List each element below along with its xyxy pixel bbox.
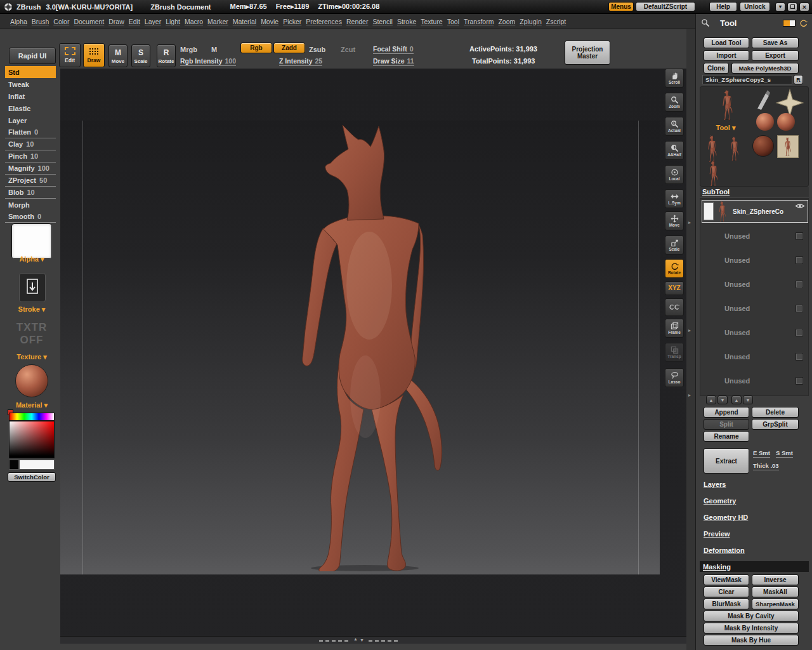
switch-color-button[interactable]: SwitchColor — [8, 472, 56, 482]
rename-button[interactable]: Rename — [704, 431, 749, 442]
make-polymesh3d-button[interactable]: Make PolyMesh3D — [731, 63, 799, 74]
brush-layer[interactable]: Layer — [5, 114, 56, 126]
subtool-slot-checkbox[interactable] — [796, 329, 803, 336]
section-deformation[interactable]: Deformation — [704, 547, 745, 554]
z-intensity-slider[interactable]: Z Intensity25 — [279, 57, 322, 66]
menu-light[interactable]: Light — [166, 18, 180, 25]
subtool-item-unused[interactable]: Unused — [702, 224, 808, 248]
hue-bar[interactable] — [9, 413, 55, 421]
tool-r-button[interactable]: R — [794, 75, 803, 84]
edit-button[interactable]: Edit — [59, 43, 81, 67]
tool-thumb-sphere1[interactable] — [756, 113, 774, 131]
axis-spin-button[interactable] — [665, 298, 684, 316]
brush-clay[interactable]: Clay10 — [5, 138, 56, 150]
material-dropdown[interactable]: Material ▾ — [5, 401, 58, 409]
menu-marker[interactable]: Marker — [207, 18, 228, 25]
menu-zoom[interactable]: Zoom — [498, 18, 515, 25]
tool-thumb-selected-tile[interactable] — [777, 135, 799, 158]
grpsplit-button[interactable]: GrpSplit — [752, 419, 799, 430]
zoom-button[interactable]: Zoom — [665, 93, 684, 112]
save-as-button[interactable]: Save As — [752, 37, 799, 48]
menu-tool[interactable]: Tool — [447, 18, 459, 25]
menu-movie[interactable]: Movie — [261, 18, 278, 25]
tool-thumb-creature4[interactable] — [704, 161, 723, 186]
brush-std[interactable]: Std — [5, 66, 56, 78]
viewmask-button[interactable]: ViewMask — [704, 574, 749, 585]
thick-slider[interactable]: Thick .03 — [753, 462, 779, 470]
texture-off-thumbnail[interactable]: TXTR OFF — [5, 321, 58, 347]
subtool-item-unused[interactable]: Unused — [702, 321, 808, 345]
tool-thumb-current-creature[interactable] — [717, 90, 738, 120]
focal-shift-slider[interactable]: Focal Shift0 — [373, 45, 414, 54]
divider-handle-icon[interactable]: ▸ — [688, 328, 691, 333]
mask-by-intensity-button[interactable]: Mask By Intensity — [704, 623, 799, 633]
section-layers[interactable]: Layers — [704, 481, 726, 488]
subtool-item-unused[interactable]: Unused — [702, 369, 808, 393]
restore-window-button[interactable] — [787, 3, 797, 11]
zcut-toggle[interactable]: Zcut — [341, 46, 355, 53]
alpha-thumbnail[interactable] — [11, 223, 52, 259]
import-button[interactable]: Import — [704, 50, 749, 61]
menu-layer[interactable]: Layer — [145, 18, 161, 25]
menu-zplugin[interactable]: Zplugin — [520, 18, 541, 25]
subtool-prev-button[interactable]: ▲ — [731, 395, 742, 404]
scroll-button[interactable]: Scroll — [665, 69, 684, 88]
export-button[interactable]: Export — [752, 50, 799, 61]
main-color-swatch[interactable] — [9, 460, 19, 470]
menu-stroke[interactable]: Stroke — [397, 18, 416, 25]
actual-button[interactable]: Actual — [665, 117, 684, 136]
rapid-ui-button[interactable]: Rapid UI — [9, 48, 56, 64]
help-button[interactable]: Help — [709, 2, 737, 11]
scale-gyro-button[interactable]: Scale — [665, 235, 684, 255]
draw-size-slider[interactable]: Draw Size11 — [373, 57, 414, 66]
unlock-button[interactable]: Unlock — [740, 2, 770, 11]
brush-zproject[interactable]: ZProject50 — [5, 175, 56, 187]
subtool-item-unused[interactable]: Unused — [702, 345, 808, 369]
mask-by-cavity-button[interactable]: Mask By Cavity — [704, 611, 799, 621]
subtool-slot-checkbox[interactable] — [796, 377, 803, 385]
s-smt-toggle[interactable]: S Smt — [776, 449, 793, 458]
saturation-value-picker[interactable] — [9, 421, 55, 458]
menu-macro[interactable]: Macro — [185, 18, 203, 25]
brush-pinch[interactable]: Pinch10 — [5, 150, 56, 162]
menus-button[interactable]: Menus — [608, 2, 634, 11]
menu-render[interactable]: Render — [346, 18, 368, 25]
sharpenmask-button[interactable]: SharpenMask — [752, 599, 799, 609]
menu-transform[interactable]: Transform — [464, 18, 494, 25]
subtool-item-active[interactable]: Skin_ZSphereCo — [702, 200, 808, 223]
menu-alpha[interactable]: Alpha — [10, 18, 27, 25]
rotate-gyro-button[interactable]: Rotate — [665, 259, 684, 278]
model-anthro-canine[interactable] — [298, 124, 447, 571]
zadd-toggle[interactable]: Zadd — [273, 43, 305, 53]
menu-brush[interactable]: Brush — [32, 18, 49, 25]
clone-button[interactable]: Clone — [704, 63, 729, 74]
extract-button[interactable]: Extract — [704, 448, 749, 474]
menu-document[interactable]: Document — [74, 18, 104, 25]
inverse-button[interactable]: Inverse — [752, 574, 799, 585]
subtool-item-unused[interactable]: Unused — [702, 272, 808, 296]
move-button[interactable]: M Move — [108, 44, 128, 67]
document-viewport[interactable] — [60, 121, 660, 574]
section-preview[interactable]: Preview — [704, 530, 730, 538]
zsub-toggle[interactable]: Zsub — [309, 46, 325, 53]
brush-elastic[interactable]: Elastic — [5, 102, 56, 114]
xyz-button[interactable]: XYZ — [665, 281, 684, 295]
stroke-dropdown[interactable]: Stroke ▾ — [5, 305, 58, 314]
brush-flatten[interactable]: Flatten0 — [5, 126, 56, 138]
local-button[interactable]: Local — [665, 165, 684, 184]
aahalf-button[interactable]: AAHalf — [665, 141, 684, 160]
projection-master-button[interactable]: Projection Master — [565, 41, 610, 65]
m-toggle[interactable]: M — [211, 46, 217, 53]
brush-tweak[interactable]: Tweak — [5, 78, 56, 90]
subtool-item-unused[interactable]: Unused — [702, 296, 808, 321]
palette-dock-icon[interactable] — [783, 20, 796, 27]
lsym-button[interactable]: L.Sym — [665, 189, 684, 208]
blurmask-button[interactable]: BlurMask — [704, 599, 749, 609]
texture-dropdown[interactable]: Texture ▾ — [5, 353, 58, 361]
tool-dropdown[interactable]: Tool ▾ — [708, 124, 743, 132]
lasso-button[interactable]: Lasso — [665, 368, 684, 387]
frame-button[interactable]: Frame — [665, 319, 684, 338]
move-gyro-button[interactable]: Move — [665, 211, 684, 230]
material-thumbnail[interactable] — [15, 364, 48, 397]
delete-button[interactable]: Delete — [752, 407, 799, 418]
